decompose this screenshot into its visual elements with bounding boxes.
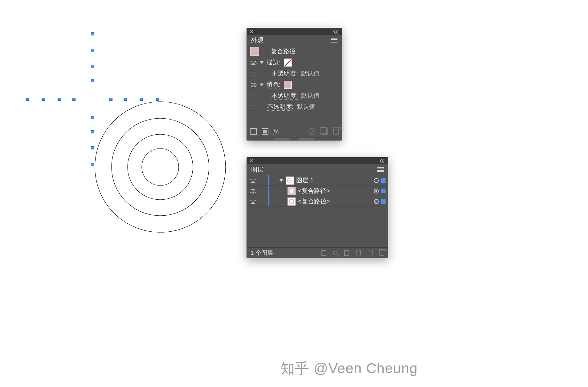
- anchor-point[interactable]: [91, 146, 94, 149]
- stroke-opacity-row[interactable]: 不透明度: 默认值: [247, 68, 342, 79]
- close-icon[interactable]: [249, 159, 254, 163]
- visibility-toggle-icon[interactable]: [250, 179, 256, 183]
- visibility-toggle-icon[interactable]: [250, 200, 256, 204]
- svg-point-3: [95, 102, 226, 232]
- visibility-toggle-icon[interactable]: [250, 72, 257, 76]
- expand-layer-icon[interactable]: [280, 179, 283, 182]
- target-icon[interactable]: [374, 178, 379, 183]
- appearance-tab[interactable]: 外观: [251, 36, 263, 44]
- fill-row[interactable]: 填色:: [247, 79, 342, 90]
- anchor-point[interactable]: [91, 130, 94, 133]
- stroke-none-swatch[interactable]: [284, 59, 292, 67]
- layer-row[interactable]: 图层 1: [247, 175, 388, 186]
- layer-row[interactable]: <复合路径>: [247, 186, 388, 196]
- selection-square[interactable]: [381, 199, 386, 204]
- anchor-point[interactable]: [91, 79, 94, 82]
- collapse-icon[interactable]: [334, 30, 339, 33]
- opacity-value: 默认值: [301, 69, 320, 78]
- anchor-point[interactable]: [42, 98, 45, 101]
- delete-icon[interactable]: [333, 128, 339, 135]
- object-type-label: 复合路径: [271, 47, 296, 55]
- stroke-label[interactable]: 描边:: [267, 58, 281, 67]
- layers-list: 图层 1 <复合路径> <复合路径>: [247, 175, 388, 247]
- svg-point-2: [112, 118, 209, 216]
- watermark-text: 知乎 @Veen Cheung: [280, 359, 418, 378]
- layer-count-label: 1 个图层: [251, 249, 273, 257]
- anchor-point[interactable]: [58, 98, 61, 101]
- anchor-point[interactable]: [91, 32, 94, 35]
- layer-name[interactable]: <复合路径>: [298, 197, 371, 206]
- compound-path-circles[interactable]: [92, 99, 228, 235]
- fill-icon[interactable]: [262, 129, 268, 134]
- stroke-row[interactable]: 描边:: [247, 57, 342, 68]
- panel-tabbar: 外观: [247, 35, 342, 46]
- selection-square[interactable]: [381, 189, 386, 193]
- delete-layer-icon[interactable]: [379, 250, 384, 256]
- selection-square[interactable]: [381, 178, 386, 183]
- selection-color-bar: [268, 175, 269, 185]
- anchor-point[interactable]: [156, 98, 159, 101]
- panel-resize-grip[interactable]: [247, 137, 342, 140]
- layer-name[interactable]: 图层 1: [296, 176, 371, 185]
- anchor-point[interactable]: [91, 65, 94, 68]
- fill-opacity-row[interactable]: 不透明度: 默认值: [247, 90, 342, 101]
- duplicate-icon[interactable]: [321, 128, 328, 135]
- anchor-point[interactable]: [72, 98, 76, 101]
- fx-icon[interactable]: fx.: [273, 128, 279, 135]
- appearance-object-row[interactable]: 复合路径: [247, 46, 342, 57]
- new-layer-icon[interactable]: [368, 251, 373, 255]
- target-icon[interactable]: [374, 189, 379, 194]
- visibility-toggle-icon[interactable]: [250, 83, 257, 87]
- opacity-value: 默认值: [301, 92, 320, 100]
- opacity-value: 默认值: [297, 103, 315, 111]
- anchor-point[interactable]: [109, 98, 112, 101]
- no-fill-icon[interactable]: [250, 128, 257, 135]
- collapse-icon[interactable]: [380, 159, 386, 163]
- object-opacity-row[interactable]: 不透明度: 默认值: [247, 101, 342, 112]
- layers-tab[interactable]: 图层: [251, 165, 263, 174]
- panel-menu-icon[interactable]: [331, 38, 337, 43]
- visibility-toggle-icon[interactable]: [250, 105, 257, 109]
- new-sublayer-icon[interactable]: [356, 251, 361, 255]
- opacity-label[interactable]: 不透明度:: [272, 92, 298, 100]
- panel-topbar: [247, 28, 342, 35]
- opacity-label[interactable]: 不透明度:: [272, 69, 298, 78]
- layer-thumbnail: [288, 198, 296, 206]
- svg-point-1: [128, 134, 193, 200]
- anchor-point[interactable]: [140, 98, 143, 101]
- visibility-toggle-icon[interactable]: [250, 94, 257, 98]
- appearance-panel: 外观 复合路径 描边: 不透明度: 默认值 填色: 不透明度:: [247, 28, 342, 141]
- layer-thumbnail: [286, 177, 294, 185]
- object-thumbnail: [250, 47, 259, 56]
- anchor-point[interactable]: [124, 98, 127, 101]
- expand-icon[interactable]: [260, 61, 263, 64]
- layer-thumbnail: [288, 187, 296, 195]
- appearance-body: 复合路径 描边: 不透明度: 默认值 填色: 不透明度: 默认值 不透明度:: [247, 46, 342, 126]
- search-icon[interactable]: [333, 251, 337, 255]
- svg-point-0: [142, 149, 179, 185]
- target-icon[interactable]: [374, 199, 379, 204]
- panel-topbar: [247, 157, 388, 164]
- clear-appearance-icon[interactable]: [308, 128, 315, 135]
- layers-footer: 1 个图层: [247, 247, 388, 258]
- layer-row[interactable]: <复合路径>: [247, 196, 388, 207]
- panel-tabbar: 图层: [247, 164, 388, 175]
- anchor-point[interactable]: [91, 49, 94, 52]
- panel-menu-icon[interactable]: [377, 167, 384, 172]
- expand-icon[interactable]: [260, 84, 263, 86]
- selection-color-bar: [268, 196, 269, 206]
- layer-name[interactable]: <复合路径>: [298, 187, 371, 195]
- fill-label[interactable]: 填色:: [267, 80, 281, 89]
- selection-color-bar: [268, 186, 269, 196]
- clipping-mask-icon[interactable]: [344, 250, 349, 256]
- anchor-point[interactable]: [91, 163, 94, 166]
- locate-object-icon[interactable]: [321, 250, 326, 256]
- opacity-label[interactable]: 不透明度:: [267, 103, 294, 111]
- close-icon[interactable]: [249, 29, 254, 34]
- visibility-toggle-icon[interactable]: [250, 189, 256, 194]
- layers-panel: 图层 图层 1 <复合路径>: [247, 157, 388, 258]
- visibility-toggle-icon[interactable]: [250, 61, 257, 65]
- anchor-point[interactable]: [91, 116, 94, 119]
- anchor-point[interactable]: [26, 98, 29, 101]
- fill-swatch[interactable]: [284, 81, 292, 89]
